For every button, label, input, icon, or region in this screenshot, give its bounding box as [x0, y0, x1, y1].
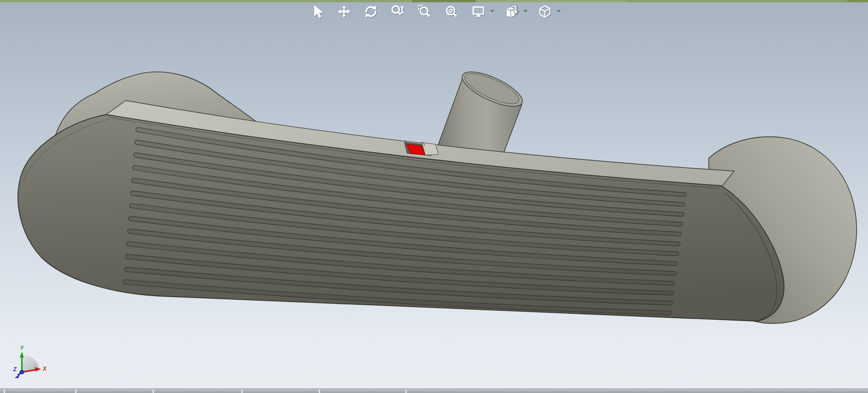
orientation-triad: Z Y X — [13, 345, 47, 378]
wireframe-cube-icon — [538, 5, 552, 19]
zoom-area-button[interactable] — [416, 3, 433, 20]
triad-z-arrowhead — [15, 374, 20, 378]
bottom-edge-tick — [153, 389, 154, 393]
bottom-edge-tick — [405, 389, 407, 393]
zoom-fit-button[interactable] — [443, 3, 460, 20]
triad-y-arrowhead — [20, 352, 24, 358]
display-mode-button[interactable] — [536, 3, 553, 20]
bottom-window-edge — [0, 388, 868, 393]
pan-tool-button[interactable] — [335, 3, 352, 20]
cursor-icon — [310, 5, 324, 19]
view-orientation-button[interactable] — [503, 3, 520, 20]
model-intercooler — [18, 65, 857, 323]
top-edge-segment — [626, 0, 847, 2]
zoom-in-out-button[interactable] — [389, 3, 406, 20]
view-toolbar — [303, 2, 564, 20]
bottom-edge-tick — [4, 389, 5, 393]
dropdown-arrow-icon — [557, 10, 561, 13]
app-window: Z Y X — [0, 0, 868, 393]
dropdown-arrow-icon — [523, 10, 528, 13]
refresh-view-button[interactable] — [470, 3, 487, 20]
triad-z-label: Z — [13, 366, 17, 373]
pan-arrows-icon — [337, 5, 351, 19]
viewport[interactable]: Z Y X — [0, 0, 868, 393]
select-tool-button[interactable] — [308, 3, 326, 20]
top-edge-segment — [847, 0, 868, 2]
refresh-view-dropdown[interactable] — [489, 3, 496, 20]
rotate-arrows-icon — [364, 5, 378, 19]
magnifier-zoom-icon — [391, 5, 405, 19]
inlet-pipe[interactable] — [435, 65, 527, 160]
triad-origin — [20, 370, 24, 374]
rotate-tool-button[interactable] — [362, 3, 379, 20]
magnifier-area-icon — [418, 5, 432, 19]
display-mode-dropdown[interactable] — [555, 3, 562, 20]
box-arrow-icon — [505, 5, 519, 19]
triad-y-label: Y — [20, 345, 24, 351]
bottom-edge-tick — [319, 389, 320, 393]
magnifier-fit-icon — [444, 5, 459, 19]
view-orientation-dropdown[interactable] — [522, 3, 529, 20]
dropdown-arrow-icon — [490, 10, 495, 13]
bottom-edge-tick — [75, 389, 77, 393]
monitor-icon — [471, 5, 485, 19]
bottom-edge-tick — [241, 389, 243, 393]
triad-x-label: X — [42, 366, 47, 372]
